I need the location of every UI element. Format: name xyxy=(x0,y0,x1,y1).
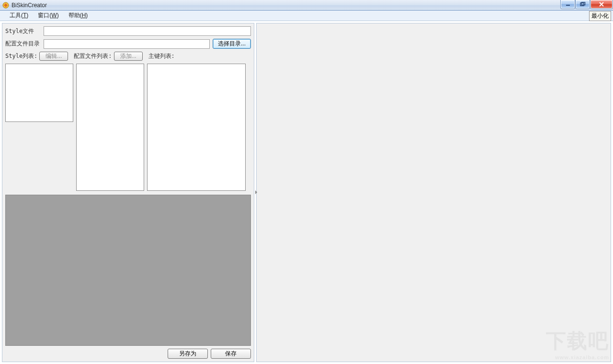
splitter-handle[interactable] xyxy=(255,189,258,193)
key-list-label: 主键列表: xyxy=(148,52,175,60)
minimize-button[interactable] xyxy=(561,0,575,9)
style-file-label: Style文件 xyxy=(5,27,41,35)
window-title: BiSkinCreator xyxy=(11,2,47,9)
left-panel: Style文件 配置文件目录 选择目录... Style列表: 编辑... 配置… xyxy=(2,23,254,362)
menubar: 工具(T) 窗口(W) 帮助(H) 最小化 xyxy=(0,11,613,21)
save-button[interactable]: 保存 xyxy=(211,349,251,359)
save-as-button[interactable]: 另存为 xyxy=(168,349,208,359)
window-controls xyxy=(561,0,613,9)
config-listbox[interactable] xyxy=(76,64,144,191)
minimize-corner-button[interactable]: 最小化 xyxy=(589,11,611,21)
lists-row xyxy=(5,64,251,191)
style-listbox[interactable] xyxy=(5,64,73,122)
menu-window[interactable]: 窗口(W) xyxy=(33,11,63,21)
choose-directory-button[interactable]: 选择目录... xyxy=(213,39,251,49)
maximize-button[interactable] xyxy=(576,0,590,9)
key-listbox[interactable] xyxy=(147,64,246,191)
config-dir-label: 配置文件目录 xyxy=(5,40,41,48)
config-list-label: 配置文件列表: xyxy=(74,52,112,60)
edit-style-button[interactable]: 编辑... xyxy=(39,52,68,61)
config-dir-input[interactable] xyxy=(44,39,210,49)
add-config-button[interactable]: 添加... xyxy=(114,52,143,61)
main-area: Style文件 配置文件目录 选择目录... Style列表: 编辑... 配置… xyxy=(0,21,613,364)
style-list-label: Style列表: xyxy=(5,52,37,60)
close-button[interactable] xyxy=(590,0,613,9)
app-icon xyxy=(2,1,10,9)
titlebar: BiSkinCreator xyxy=(0,0,613,11)
style-file-input[interactable] xyxy=(44,26,251,36)
menu-tools[interactable]: 工具(T) xyxy=(5,11,33,21)
preview-area xyxy=(5,195,251,346)
right-panel xyxy=(256,23,611,362)
menu-help[interactable]: 帮助(H) xyxy=(64,11,93,21)
svg-rect-1 xyxy=(566,5,570,6)
